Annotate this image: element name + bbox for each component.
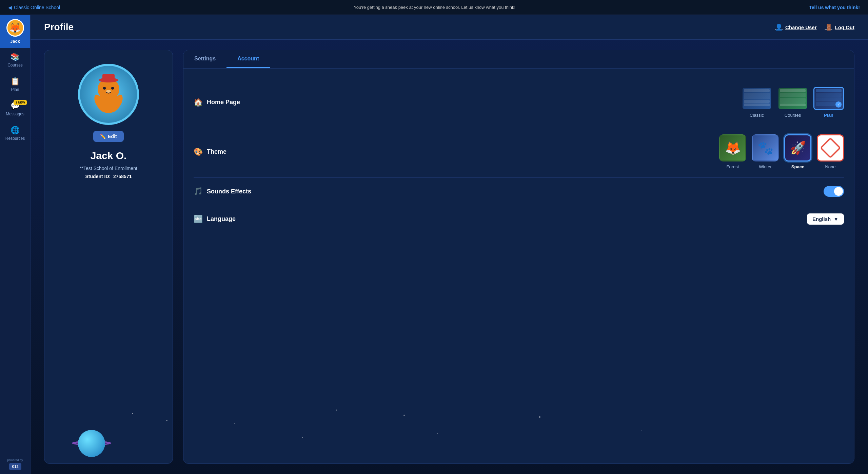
home-thumb-plan: ✓: [813, 87, 844, 110]
home-page-label: 🏠 Home Page: [194, 98, 240, 107]
profile-school: **Test School of Enrollment: [80, 166, 137, 171]
logout-icon: 🚪: [825, 23, 832, 31]
sidebar-bottom: powered by K12: [3, 454, 27, 474]
sidebar: 🦊 Jack 📚 Courses 📋 Plan 💬 Messages 1 NEW…: [0, 15, 31, 474]
change-user-label: Change User: [785, 24, 817, 30]
feedback-link[interactable]: Tell us what you think!: [809, 5, 860, 10]
messages-badge: 1 NEW: [14, 100, 27, 105]
top-banner: ◀ Classic Online School You're getting a…: [0, 0, 868, 15]
edit-label: Edit: [108, 134, 117, 139]
profile-name: Jack O.: [91, 150, 127, 162]
none-indicator: [820, 137, 841, 159]
sidebar-courses-label: Courses: [7, 63, 23, 68]
banner-message: You're getting a sneak peek at your new …: [354, 5, 515, 10]
page-header: Profile 👤 Change User 🚪 Log Out: [31, 15, 868, 40]
sidebar-resources-label: Resources: [5, 136, 25, 141]
courses-icon: 📚: [11, 53, 20, 61]
theme-option-none[interactable]: None: [817, 134, 844, 169]
plan-selected-check: ✓: [835, 101, 842, 108]
theme-setting: 🎨 Theme 🦊 Forest: [194, 126, 844, 178]
sidebar-plan-label: Plan: [11, 87, 19, 92]
resources-icon: 🌐: [11, 126, 20, 135]
sidebar-item-plan[interactable]: 📋 Plan: [0, 72, 30, 97]
theme-icon: 🎨: [194, 148, 203, 156]
sound-effects-setting: 🎵 Sounds Effects: [194, 178, 844, 205]
svg-point-5: [111, 87, 114, 90]
tab-settings[interactable]: Settings: [183, 50, 226, 68]
student-id-value: 2758571: [113, 174, 132, 179]
home-icon: 🏠: [194, 98, 203, 107]
home-option-plan[interactable]: ✓ Plan: [813, 87, 844, 118]
theme-space-label: Space: [791, 164, 804, 169]
logout-button[interactable]: 🚪 Log Out: [825, 23, 854, 31]
profile-card: ✏️ Edit Jack O. **Test School of Enrollm…: [44, 50, 173, 464]
home-page-setting: 🏠 Home Page: [194, 79, 844, 126]
theme-none-label: None: [825, 164, 835, 169]
home-option-courses[interactable]: Courses: [777, 87, 808, 118]
toggle-knob: [834, 187, 843, 196]
sidebar-item-courses[interactable]: 📚 Courses: [0, 48, 30, 72]
svg-rect-3: [102, 74, 115, 81]
sound-effects-toggle[interactable]: [824, 186, 844, 197]
sidebar-messages-label: Messages: [6, 112, 24, 116]
plan-icon: 📋: [11, 77, 20, 86]
theme-option-winter[interactable]: 🐾 Winter: [752, 134, 779, 169]
settings-panel: Settings Account 🏠 Home Page: [183, 50, 854, 464]
svg-point-4: [103, 87, 106, 90]
avatar: 🦊: [6, 19, 24, 37]
powered-by-label: powered by: [7, 458, 23, 462]
k12-logo: K12: [9, 463, 21, 470]
profile-avatar: [78, 64, 139, 125]
change-user-icon: 👤: [775, 23, 783, 31]
theme-thumb-space: 🚀: [784, 134, 811, 162]
profile-student-id: Student ID: 2758571: [85, 174, 132, 179]
profile-area: ✏️ Edit Jack O. **Test School of Enrollm…: [31, 40, 868, 474]
header-actions: 👤 Change User 🚪 Log Out: [775, 23, 854, 31]
page-title: Profile: [44, 22, 74, 33]
theme-forest-label: Forest: [727, 164, 739, 169]
language-setting: 🔤 Language English ▼: [194, 205, 844, 233]
change-user-button[interactable]: 👤 Change User: [775, 23, 817, 31]
home-option-classic[interactable]: Classic: [742, 87, 772, 118]
settings-content: 🏠 Home Page: [183, 69, 854, 243]
language-dropdown[interactable]: English ▼: [807, 213, 844, 225]
sound-effects-label: 🎵 Sounds Effects: [194, 187, 251, 196]
sidebar-user[interactable]: 🦊 Jack: [0, 15, 30, 48]
home-page-options: Classic: [742, 87, 844, 118]
sidebar-item-resources[interactable]: 🌐 Resources: [0, 121, 30, 146]
theme-thumb-none: [817, 134, 844, 162]
language-icon: 🔤: [194, 215, 203, 224]
home-classic-label: Classic: [750, 113, 764, 118]
app-layout: 🦊 Jack 📚 Courses 📋 Plan 💬 Messages 1 NEW…: [0, 15, 868, 474]
theme-thumb-winter: 🐾: [752, 134, 779, 162]
character-illustration: [85, 71, 132, 118]
theme-options: 🦊 Forest 🐾 Winter: [719, 134, 844, 169]
language-value: English: [812, 216, 831, 222]
sidebar-username: Jack: [10, 39, 20, 44]
home-thumb-classic: [742, 87, 772, 110]
theme-winter-label: Winter: [759, 164, 772, 169]
dropdown-arrow-icon: ▼: [833, 216, 839, 222]
theme-option-forest[interactable]: 🦊 Forest: [719, 134, 746, 169]
theme-thumb-forest: 🦊: [719, 134, 746, 162]
language-label: 🔤 Language: [194, 215, 236, 224]
home-courses-label: Courses: [785, 113, 801, 118]
back-arrow-icon: ◀: [8, 5, 12, 10]
home-plan-label: Plan: [824, 113, 833, 118]
edit-profile-button[interactable]: ✏️ Edit: [93, 131, 123, 142]
sidebar-item-messages[interactable]: 💬 Messages 1 NEW: [0, 97, 30, 121]
music-icon: 🎵: [194, 187, 203, 196]
main-content: Profile 👤 Change User 🚪 Log Out: [31, 15, 868, 474]
theme-option-space[interactable]: 🚀 Space: [784, 134, 811, 169]
back-to-classic-link[interactable]: ◀ Classic Online School: [8, 5, 60, 10]
home-thumb-courses: [777, 87, 808, 110]
tabs: Settings Account: [183, 50, 854, 69]
tab-account[interactable]: Account: [226, 50, 270, 68]
back-label: Classic Online School: [14, 5, 60, 10]
edit-icon: ✏️: [100, 134, 106, 139]
logout-label: Log Out: [835, 24, 854, 30]
theme-label: 🎨 Theme: [194, 148, 226, 156]
